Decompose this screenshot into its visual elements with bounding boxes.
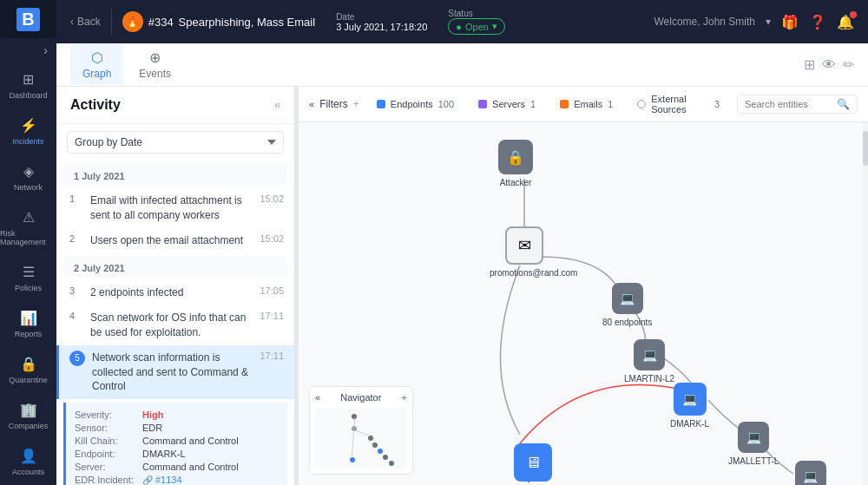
- item-text: 2 endpoints infected: [90, 285, 253, 300]
- navigator-widget: « Navigator +: [309, 386, 413, 475]
- incident-name: Spearphishing, Mass Email: [179, 16, 316, 29]
- tab-control-grid-icon[interactable]: ⊞: [804, 56, 815, 73]
- jmallett-label: JMALLETT-L: [728, 456, 779, 466]
- lmartin-label: LMARTIN-L2: [624, 374, 674, 383]
- notifications-icon[interactable]: 🔔: [837, 14, 854, 30]
- filter-add-button[interactable]: +: [353, 98, 359, 110]
- node-jmallett[interactable]: 💻 JMALLETT-L: [728, 422, 779, 466]
- node-cmarrett[interactable]: 💻 CMARRETT-L: [783, 461, 838, 485]
- back-button[interactable]: ‹ Back: [70, 16, 101, 28]
- endpoints-icon: 💻: [612, 283, 643, 314]
- tab-bar: ⬡ Graph ⊕ Events ⊞ 👁 ✏: [56, 43, 868, 87]
- activity-panel: Activity « Group by Date Group by Type G…: [56, 87, 295, 485]
- dmark-icon: 💻: [674, 383, 707, 416]
- activity-item-3[interactable]: 3 2 endpoints infected 17:05: [56, 280, 294, 305]
- node-attacker[interactable]: 🔒 Attacker: [498, 140, 533, 187]
- sidebar-item-label: Companies: [9, 422, 49, 430]
- edr-label: EDR Incident:: [75, 475, 135, 485]
- activity-item-4[interactable]: 4 Scan network for OS info that can be u…: [56, 305, 294, 345]
- filter-external-count: 3: [714, 99, 720, 109]
- notification-dot: [850, 11, 857, 18]
- date-group-2: 2 July 2021: [63, 256, 287, 277]
- node-endpoints[interactable]: 💻 80 endpoints: [602, 283, 652, 327]
- network-icon: ◈: [23, 163, 34, 180]
- sensor-label: Sensor:: [75, 423, 135, 433]
- tab-graph[interactable]: ⬡ Graph: [70, 44, 123, 85]
- topbar-divider: [111, 9, 112, 35]
- search-input[interactable]: [745, 99, 832, 109]
- scrollbar-thumb[interactable]: [863, 131, 868, 166]
- help-icon[interactable]: ❓: [809, 14, 826, 30]
- sidebar-item-label: Network: [14, 183, 43, 192]
- sidebar-item-accounts[interactable]: 👤 Accounts: [0, 439, 56, 485]
- filter-emails[interactable]: Emails 1: [553, 97, 620, 111]
- navigator-minimap[interactable]: [315, 408, 407, 469]
- email-icon: ✉: [505, 226, 543, 265]
- welcome-chevron-icon[interactable]: ▾: [766, 16, 771, 28]
- tab-control-edit-icon[interactable]: ✏: [843, 56, 854, 73]
- reports-icon: 📊: [20, 310, 37, 326]
- group-by-selector[interactable]: Group by Date Group by Type Group by Sev…: [67, 131, 284, 154]
- sidebar-item-network[interactable]: ◈ Network: [0, 154, 56, 200]
- activity-item-5[interactable]: 5 Network scan information is collected …: [56, 345, 294, 399]
- sidebar-item-label: Policies: [15, 284, 42, 292]
- node-dmark[interactable]: 💻 DMARK-L: [670, 383, 709, 429]
- graph-area[interactable]: 🔒 Attacker ✉ promotions@rand.com 💻 80 en…: [299, 122, 868, 485]
- node-c2[interactable]: 🖥 Command & Control: [498, 443, 568, 485]
- sidebar-item-dashboard[interactable]: ⊞ Dashboard: [0, 62, 56, 108]
- status-badge[interactable]: ● Open ▾: [448, 18, 505, 35]
- navigator-header: « Navigator +: [315, 392, 407, 403]
- item-time: 15:02: [260, 233, 284, 248]
- sidebar-item-risk[interactable]: ⚠ Risk Management: [0, 200, 56, 255]
- sidebar-item-label: Dashboard: [9, 91, 47, 100]
- incident-date-block: Date 3 July 2021, 17:18:20: [336, 12, 427, 32]
- graph-scrollbar[interactable]: [863, 122, 868, 485]
- node-email[interactable]: ✉ promotions@rand.com: [490, 226, 559, 278]
- entity-search[interactable]: 🔍: [737, 95, 858, 114]
- navigator-collapse-icon[interactable]: «: [315, 392, 320, 403]
- navigator-title: Navigator: [340, 392, 381, 403]
- collapse-filters-icon[interactable]: «: [309, 99, 314, 109]
- detail-sensor-row: Sensor: EDR: [75, 423, 279, 433]
- group-by-select[interactable]: Group by Date Group by Type Group by Sev…: [67, 131, 284, 154]
- sidebar-item-label: Incidents: [12, 137, 43, 146]
- activity-collapse-icon[interactable]: «: [274, 99, 280, 111]
- date-value: 3 July 2021, 17:18:20: [336, 22, 427, 32]
- filter-endpoints-count: 100: [438, 99, 454, 109]
- incident-badge: 🔥 #334 Spearphishing, Mass Email: [122, 11, 315, 32]
- sidebar-item-label: Accounts: [12, 468, 44, 476]
- sidebar-item-reports[interactable]: 📊 Reports: [0, 301, 56, 347]
- activity-item-2[interactable]: 2 Users open the email attachment 15:02: [56, 228, 294, 253]
- filter-external[interactable]: External Sources 3: [630, 92, 727, 116]
- graph-tab-icon: ⬡: [91, 49, 103, 66]
- gift-icon[interactable]: 🎁: [781, 14, 799, 30]
- sidebar-collapse-icon[interactable]: ›: [43, 43, 48, 57]
- endpoints-label: 80 endpoints: [602, 318, 652, 327]
- graph-panel: « Filters + Endpoints 100 Servers 1 Emai…: [299, 87, 868, 485]
- filter-endpoints[interactable]: Endpoints 100: [370, 97, 461, 111]
- sidebar-item-policies[interactable]: ☰ Policies: [0, 255, 56, 301]
- edr-link[interactable]: 🔗 #1134: [142, 475, 182, 485]
- accounts-icon: 👤: [20, 448, 37, 464]
- filter-toolbar: « Filters + Endpoints 100 Servers 1 Emai…: [299, 87, 868, 122]
- activity-item-1[interactable]: 1 Email with infected attachment is sent…: [56, 188, 294, 228]
- endpoint-value: DMARK-L: [142, 449, 186, 459]
- sidebar-item-label: Reports: [15, 330, 43, 338]
- filter-servers[interactable]: Servers 1: [471, 97, 542, 111]
- sidebar-item-quarantine[interactable]: 🔒 Quarantine: [0, 347, 56, 393]
- external-dot: [637, 100, 646, 108]
- tab-events[interactable]: ⊕ Events: [127, 44, 183, 85]
- date-label: Date: [336, 12, 427, 22]
- c2-icon: 🖥: [514, 443, 552, 482]
- tab-control-eye-icon[interactable]: 👁: [822, 57, 836, 73]
- item-time: 15:02: [260, 193, 284, 223]
- mini-connections: [315, 408, 407, 469]
- node-lmartin[interactable]: 💻 LMARTIN-L2: [624, 339, 674, 383]
- sidebar-logo: B: [0, 0, 56, 38]
- date-group-1: 1 July 2021: [63, 164, 287, 185]
- navigator-add-button[interactable]: +: [402, 392, 407, 403]
- edr-value: #1134: [155, 475, 182, 485]
- sidebar-item-incidents[interactable]: ⚡ Incidents: [0, 108, 56, 154]
- sidebar-item-companies[interactable]: 🏢 Companies: [0, 393, 56, 439]
- incidents-icon: ⚡: [20, 117, 37, 134]
